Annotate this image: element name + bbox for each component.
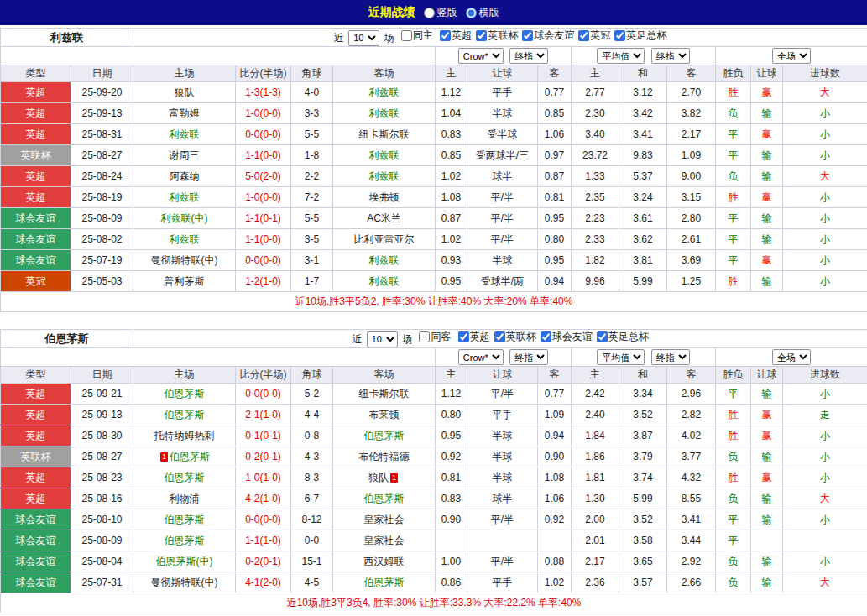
handicap-result: 输: [751, 229, 783, 250]
layout-vertical-label: 竖版: [437, 6, 457, 20]
league-filter-checkbox[interactable]: [541, 331, 551, 342]
near-label: 近: [334, 32, 344, 44]
home-team: 曼彻斯特联(中): [133, 572, 236, 593]
same-venue-checkbox[interactable]: [419, 331, 430, 342]
league-filter-checkbox[interactable]: [440, 30, 451, 41]
col-header-asia-away: 客: [538, 367, 572, 384]
match-type-badge: 球会友谊: [1, 551, 71, 572]
euro-away-odds: 2.96: [667, 384, 716, 405]
match-type-badge: 英超: [1, 384, 71, 405]
league-filter-checkbox[interactable]: [597, 331, 608, 342]
handicap-result: 输: [751, 208, 783, 229]
bookmaker-select[interactable]: Crow*: [458, 48, 504, 64]
asia-handicap: 半球: [467, 103, 538, 124]
asia-away-odds: 0.87: [538, 166, 572, 187]
col-header-goals: 进球数: [783, 65, 867, 82]
euro-draw-odds: 3.34: [619, 384, 667, 405]
home-team: 利兹联: [133, 124, 236, 145]
same-venue-checkbox[interactable]: [401, 30, 412, 41]
euro-period-select[interactable]: 终指: [651, 48, 690, 64]
league-filter: 英联杯: [476, 29, 518, 43]
layout-radio-horizontal[interactable]: [466, 8, 477, 18]
league-filter-checkbox[interactable]: [614, 30, 625, 41]
euro-draw-odds: 3.65: [619, 551, 667, 572]
match-count-select[interactable]: 10: [348, 30, 379, 46]
col-header-handicap-result: 让球: [751, 367, 783, 384]
euro-away-odds: 2.61: [667, 229, 716, 250]
layout-radio-vertical[interactable]: [424, 8, 435, 18]
col-header-euro-draw: 和: [619, 65, 667, 82]
euro-odds-select[interactable]: 平均值: [597, 349, 645, 365]
match-result: 胜: [716, 467, 751, 488]
match-count-select[interactable]: 10: [367, 331, 398, 347]
odds-controls-row: Crow* 终指 平均值 终指 全场: [1, 348, 867, 367]
asia-odds-controls: Crow* 终指: [436, 348, 572, 367]
section-header-row: 伯恩茅斯 近 10 场 同客 英超英联杯球会友谊英足总杯: [1, 330, 867, 348]
match-type-badge: 球会友谊: [1, 530, 71, 551]
match-type-badge: 英超: [1, 405, 71, 425]
euro-home-odds: 2.17: [572, 551, 619, 572]
home-team: 普利茅斯: [133, 271, 236, 292]
home-team: 曼彻斯特联(中): [133, 250, 236, 271]
match-result: 平: [716, 229, 751, 250]
euro-draw-odds: 9.83: [619, 145, 667, 166]
corner-score: 5-2: [291, 384, 333, 405]
league-filters: 英超英联杯球会友谊英冠英足总杯: [436, 32, 666, 44]
euro-home-odds: 1.86: [572, 446, 619, 467]
bookmaker-period-select[interactable]: 终指: [509, 48, 548, 64]
scope-select[interactable]: 全场: [772, 48, 811, 64]
bookmaker-select[interactable]: Crow*: [458, 349, 504, 365]
handicap-result: 赢: [751, 187, 783, 208]
home-team: 1伯恩茅斯: [133, 446, 236, 467]
league-filter-label: 球会友谊: [552, 330, 593, 344]
league-filter-checkbox[interactable]: [522, 30, 533, 41]
col-header-euro-draw: 和: [619, 367, 667, 384]
team-label: 布伦特福德: [359, 451, 410, 462]
euro-draw-odds: 5.99: [619, 488, 667, 509]
same-venue-filter: 同主: [401, 29, 433, 43]
league-filter-checkbox[interactable]: [494, 331, 505, 342]
asia-away-odds: 0.95: [538, 250, 572, 271]
league-filter-checkbox[interactable]: [578, 30, 589, 41]
scope-select[interactable]: 全场: [772, 349, 811, 365]
match-date: 25-08-27: [71, 446, 133, 467]
asia-away-odds: 0.80: [538, 229, 572, 250]
team-label: 托特纳姆热刺: [154, 430, 215, 441]
match-row: 英联杯25-08-27谢周三1-1(0-0)1-8利兹联0.85受两球半/三0.…: [1, 145, 867, 166]
corner-score: 3-5: [291, 229, 333, 250]
match-type-badge: 英超: [1, 103, 71, 124]
handicap-result: 赢: [751, 425, 783, 446]
scope-controls: 全场: [716, 348, 867, 367]
same-venue-label: 同客: [431, 330, 451, 344]
asia-home-odds: 1.04: [436, 103, 467, 124]
league-filter-checkbox[interactable]: [458, 331, 469, 342]
away-team: 布莱顿: [333, 405, 436, 425]
asia-handicap: [467, 530, 538, 551]
asia-away-odds: 0.94: [538, 425, 572, 446]
match-score: 0-0(0-0): [236, 250, 291, 271]
team-label: 比利亚雷亚尔: [354, 233, 415, 245]
team-label: 利兹联: [369, 107, 400, 119]
match-type-badge: 英超: [1, 488, 71, 509]
goals-result: 大: [783, 166, 867, 187]
league-filter-checkbox[interactable]: [476, 30, 487, 41]
away-team: 埃弗顿: [333, 187, 436, 208]
match-result: 胜: [716, 82, 751, 103]
handicap-result: 赢: [751, 467, 783, 488]
match-result: 平: [716, 250, 751, 271]
match-date: 25-08-02: [71, 229, 133, 250]
corner-score: 8-12: [291, 509, 333, 530]
bookmaker-period-select[interactable]: 终指: [509, 349, 548, 365]
euro-odds-select[interactable]: 平均值: [597, 48, 645, 64]
filters-cell: 近 10 场 同主 英超英联杯球会友谊英冠英足总杯: [133, 29, 867, 47]
goals-result: 小: [783, 250, 867, 271]
asia-home-odds: 1.08: [436, 187, 467, 208]
euro-period-select[interactable]: 终指: [651, 349, 690, 365]
euro-away-odds: 4.32: [667, 467, 716, 488]
summary-text: 近10场,胜3平5负2, 胜率:30% 让胜率:40% 大率:20% 单率:40…: [1, 292, 867, 312]
corner-score: 2-2: [291, 166, 333, 187]
asia-away-odds: 0.90: [538, 446, 572, 467]
league-filter-label: 英超: [452, 29, 472, 43]
euro-away-odds: 2.70: [667, 82, 716, 103]
match-date: 25-08-23: [71, 467, 133, 488]
